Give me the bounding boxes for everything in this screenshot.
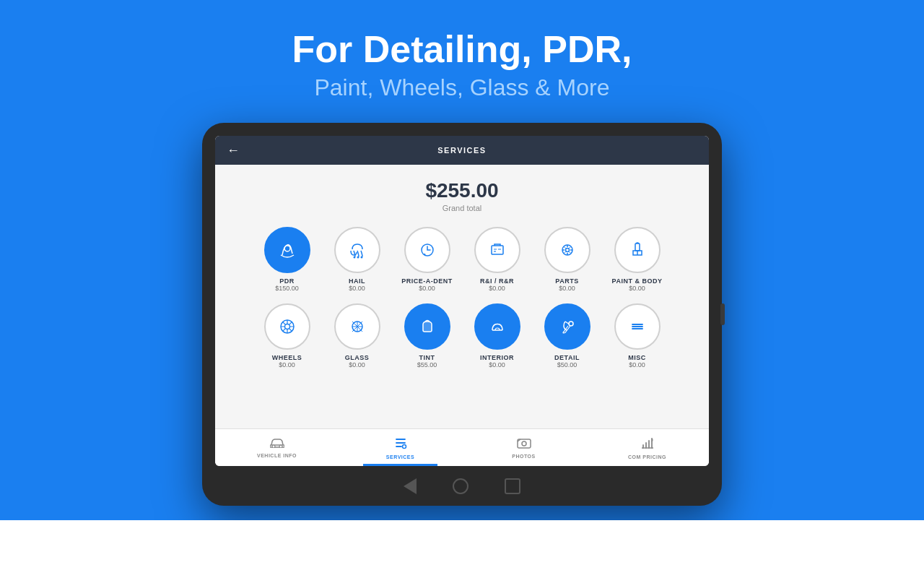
tab-photos-label: PHOTOS [512, 454, 535, 459]
service-pb-circle [614, 227, 661, 273]
back-nav-button[interactable] [404, 478, 417, 494]
service-misc-name: MISC [628, 354, 646, 361]
service-tint-name: TINT [419, 354, 435, 361]
vehicle-info-icon [270, 438, 284, 451]
services-icon [394, 436, 407, 452]
service-parts[interactable]: PARTS $0.00 [536, 227, 598, 292]
svg-point-14 [279, 445, 282, 448]
photos-icon [517, 437, 531, 452]
back-button[interactable]: ← [227, 143, 240, 158]
service-detail-name: DETAIL [554, 354, 580, 361]
service-hail[interactable]: HAIL $0.00 [326, 227, 388, 292]
service-parts-circle [544, 227, 590, 273]
page-header: For Detailing, PDR, Paint, Wheels, Glass… [292, 0, 632, 101]
service-interior-circle [474, 303, 520, 350]
tablet-device: ← SERVICES $255.00 Grand total [202, 123, 722, 506]
main-subtitle: Paint, Wheels, Glass & More [292, 74, 632, 101]
svg-point-15 [402, 444, 406, 448]
service-parts-price: $0.00 [559, 285, 575, 292]
svg-point-10 [284, 324, 289, 329]
service-rnr-circle [474, 227, 520, 273]
main-title: For Detailing, PDR, [292, 29, 632, 70]
service-interior-name: INTERIOR [480, 354, 514, 361]
service-wheels-price: $0.00 [279, 361, 295, 368]
page-bottom-area [0, 520, 924, 578]
service-pad-price: $0.00 [419, 285, 435, 292]
tab-com-pricing-label: COM PRICING [628, 454, 666, 460]
svg-point-17 [522, 441, 526, 446]
svg-point-0 [284, 246, 290, 251]
service-detail-price: $50.00 [557, 361, 578, 368]
service-glass-price: $0.00 [349, 361, 365, 368]
service-glass-name: GLASS [345, 354, 370, 361]
service-pdr-price: $150.00 [275, 285, 299, 292]
grand-total-section: $255.00 Grand total [425, 179, 498, 212]
service-misc-circle [614, 303, 661, 350]
service-pb-price: $0.00 [629, 285, 645, 292]
tablet-nav-buttons [202, 466, 722, 506]
service-pb-name: PAINT & BODY [612, 277, 663, 285]
service-glass-circle [334, 303, 380, 350]
service-pad-circle [404, 227, 450, 273]
service-rnr[interactable]: R&I / R&R $0.00 [466, 227, 528, 292]
service-hail-circle [334, 227, 380, 273]
screen-title: SERVICES [437, 146, 486, 155]
service-rnr-name: R&I / R&R [480, 277, 514, 285]
service-glass[interactable]: GLASS $0.00 [326, 303, 388, 368]
tab-vehicle-info-label: VEHICLE INFO [257, 453, 297, 458]
service-interior[interactable]: INTERIOR $0.00 [466, 303, 528, 368]
svg-rect-8 [635, 243, 640, 251]
app-content: $255.00 Grand total [215, 165, 709, 428]
svg-point-13 [272, 445, 275, 448]
service-tint-price: $55.00 [417, 361, 437, 368]
service-tint[interactable]: TINT $55.00 [396, 303, 458, 368]
tab-com-pricing[interactable]: COM PRICING [585, 429, 709, 466]
service-pdr-name: PDR [279, 277, 295, 285]
home-nav-button[interactable] [453, 478, 468, 494]
service-tint-circle [404, 303, 450, 350]
service-detail[interactable]: DETAIL $50.00 [536, 303, 598, 368]
service-pdr-circle [264, 227, 310, 273]
svg-rect-5 [492, 246, 503, 254]
app-header: ← SERVICES [215, 136, 709, 165]
service-paint-body[interactable]: PAINT & BODY $0.00 [606, 227, 668, 292]
svg-point-12 [569, 322, 573, 326]
recent-nav-button[interactable] [505, 478, 520, 494]
tab-photos[interactable]: PHOTOS [462, 429, 585, 466]
grand-total-label: Grand total [425, 204, 498, 212]
grand-total-amount: $255.00 [425, 179, 498, 202]
service-hail-name: HAIL [349, 277, 365, 285]
tab-services[interactable]: SERVICES [339, 429, 462, 466]
service-detail-circle [544, 303, 590, 350]
service-wheels-circle [264, 303, 310, 350]
tablet-screen: ← SERVICES $255.00 Grand total [215, 136, 709, 466]
services-row-2: WHEELS $0.00 GLASS $0.00 [256, 303, 668, 368]
service-misc[interactable]: MISC $0.00 [606, 303, 668, 368]
service-wheels[interactable]: WHEELS $0.00 [256, 303, 318, 368]
service-hail-price: $0.00 [349, 285, 365, 292]
service-misc-price: $0.00 [629, 361, 645, 368]
side-button [720, 303, 725, 325]
service-price-a-dent[interactable]: PRICE-A-DENT $0.00 [396, 227, 458, 292]
tab-bar: VEHICLE INFO SERVICES [215, 428, 709, 466]
com-pricing-icon [640, 436, 655, 452]
service-pad-name: PRICE-A-DENT [401, 277, 453, 285]
services-row-1: PDR $150.00 [256, 227, 668, 292]
svg-point-7 [565, 249, 569, 252]
tablet-bezel: ← SERVICES $255.00 Grand total [202, 123, 722, 506]
service-wheels-name: WHEELS [272, 354, 302, 361]
tab-services-label: SERVICES [386, 454, 414, 460]
service-rnr-price: $0.00 [489, 285, 505, 292]
service-pdr[interactable]: PDR $150.00 [256, 227, 318, 292]
service-interior-price: $0.00 [489, 361, 505, 368]
tab-vehicle-info[interactable]: VEHICLE INFO [215, 429, 339, 466]
services-grid: PDR $150.00 [222, 227, 702, 368]
service-parts-name: PARTS [555, 277, 578, 285]
